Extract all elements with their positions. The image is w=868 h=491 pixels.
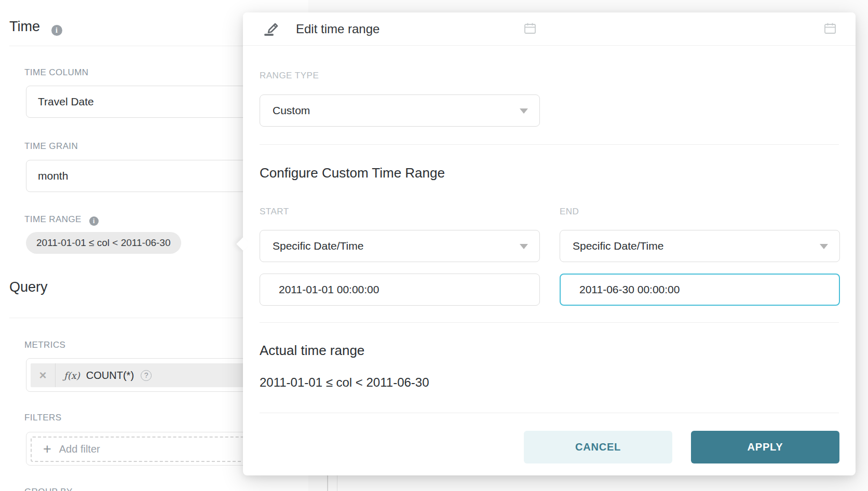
help-icon[interactable]: ? [141,370,152,381]
start-mode-value: Specific Date/Time [273,240,363,252]
start-label: START [260,207,289,217]
divider [260,413,839,413]
pencil-icon [262,19,282,39]
group-by-label: GROUP BY [24,487,73,491]
actual-time-range-value: 2011-01-01 ≤ col < 2011-06-30 [260,375,429,390]
cancel-button[interactable]: CANCEL [524,431,672,463]
chevron-down-icon [520,244,528,249]
popover-header: Edit time range [243,12,856,46]
edit-time-range-popover: Edit time range RANGE TYPE Custom Config… [243,12,856,475]
time-range-label: TIME RANGE i [24,214,99,226]
plus-icon: + [43,442,51,456]
time-section-heading: Time i [9,19,62,36]
popover-footer: CANCEL APPLY [524,431,839,463]
query-section-heading: Query [9,279,48,295]
chevron-down-icon [520,108,528,114]
calendar-icon[interactable] [823,22,837,35]
time-column-label: TIME COLUMN [24,67,88,78]
end-mode-value: Specific Date/Time [573,240,663,252]
info-icon[interactable]: i [89,216,99,226]
metrics-label: METRICS [24,340,65,350]
time-range-pill[interactable]: 2011-01-01 ≤ col < 2011-06-30 [26,232,181,254]
end-label: END [560,207,579,217]
time-range-label-text: TIME RANGE [24,214,82,224]
add-filter-label: Add filter [59,443,100,455]
close-icon[interactable]: × [31,363,56,387]
apply-button[interactable]: APPLY [691,431,839,463]
screen: Time i TIME COLUMN Travel Date TIME GRAI… [0,0,868,491]
time-grain-label: TIME GRAIN [24,141,78,152]
chart-gridline [327,473,328,491]
chevron-down-icon [820,244,828,249]
info-icon[interactable]: i [51,25,62,36]
start-date-input[interactable] [260,274,540,306]
actual-time-range-heading: Actual time range [260,343,364,359]
time-section-title: Time [9,19,40,34]
function-icon: ƒ(x) [64,370,80,381]
metric-name: COUNT(*) [86,370,134,381]
calendar-icon[interactable] [523,22,537,35]
divider [260,322,839,323]
filters-label: FILTERS [24,413,61,423]
start-mode-select[interactable]: Specific Date/Time [260,230,540,262]
end-date-input[interactable] [560,274,840,306]
chart-gridline [337,473,337,491]
range-type-label: RANGE TYPE [260,71,319,81]
configure-heading: Configure Custom Time Range [260,165,445,181]
range-type-select[interactable]: Custom [260,94,540,127]
popover-title: Edit time range [296,22,379,36]
end-mode-select[interactable]: Specific Date/Time [560,230,840,262]
divider [260,144,839,145]
range-type-value: Custom [273,104,310,116]
